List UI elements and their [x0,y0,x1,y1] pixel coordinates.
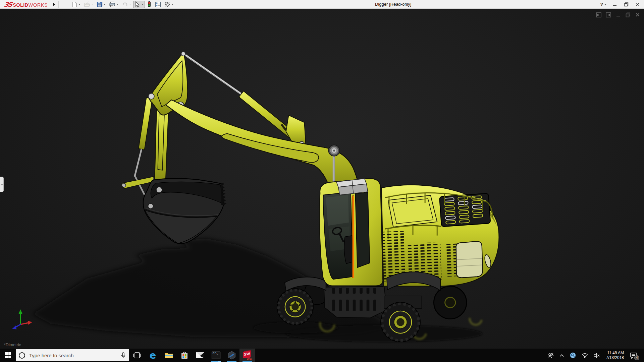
titlebar: ЗS SOLIDWORKS [0,0,644,9]
save-button[interactable] [95,1,107,8]
bucket [143,178,226,243]
store-icon [181,351,188,359]
taskbar-search[interactable] [16,349,129,361]
solidworks-logo: ЗS SOLIDWORKS [0,1,50,8]
open-button-disabled[interactable] [83,1,95,8]
network-button[interactable] [580,349,590,362]
menu-flyout-arrow[interactable] [51,1,57,8]
save-floppy-icon [97,1,103,7]
close-button[interactable] [633,1,642,8]
hexagon-app-icon [227,351,236,360]
view-orientation-label: *Dimetric [4,343,21,347]
edge-icon: e [150,351,156,360]
select-tool-button[interactable] [133,1,145,8]
door-edge-stripe [353,196,354,278]
orientation-triad [12,309,32,329]
resource-monitor-button[interactable] [568,349,578,362]
cortana-icon [19,352,25,359]
toolbar-separator [58,1,59,8]
hydraulic-cylinder-left [139,98,152,150]
roof-box [336,179,368,195]
command-prompt-icon: C:\_ [212,352,220,359]
hidden-icons-button[interactable] [558,349,566,362]
taskbar-solidworks[interactable]: SW 2017 [239,349,255,362]
volume-muted-icon [594,353,600,358]
restore-icon [624,2,629,7]
undo-button-disabled[interactable] [120,1,132,8]
brand-solid: SOLID [13,2,28,8]
taskbar-mail[interactable] [192,349,208,362]
tray-time: 11:48 AM [606,351,624,355]
doc-close-button[interactable] [635,12,641,17]
resource-monitor-icon [570,352,576,358]
wheel-rear [381,303,420,342]
new-document-icon [71,1,77,7]
file-properties-icon [155,1,161,7]
rebuild-button[interactable] [146,0,153,8]
people-button[interactable] [546,349,555,362]
graphics-viewport[interactable]: *Dimetric [0,9,644,349]
notification-badge: 4 [634,355,639,360]
select-cursor-icon [135,1,141,7]
cab-side-window [355,192,370,267]
3d-model-digger[interactable] [0,9,644,349]
window-controls: ? [599,0,642,9]
doc-minimize-button[interactable] [615,12,621,17]
mail-icon [196,352,205,359]
radiator-panel [439,193,490,227]
machine-body [285,185,499,291]
ds-logo-mark: ЗS [3,1,12,8]
solidworks-window: ЗS SOLIDWORKS [0,0,644,362]
system-tray: 11:48 AM 7/13/2018 4 [546,349,644,362]
tray-date: 7/13/2018 [606,355,624,360]
microphone-icon[interactable] [121,352,126,359]
file-explorer-icon [164,352,173,359]
people-icon [547,353,554,358]
start-button[interactable] [0,349,16,362]
print-button[interactable] [108,1,120,8]
document-title: Digger [Read-only] [375,0,411,9]
x-axis [20,323,28,324]
doc-restore-button[interactable] [625,12,631,17]
pane-left-button[interactable] [596,12,602,17]
boom-elbow-pin [329,145,340,156]
open-folder-icon [84,1,90,7]
chevron-up-icon [559,354,564,357]
wifi-icon [582,353,588,358]
cab [319,179,383,286]
close-icon [636,2,640,6]
help-button[interactable]: ? [599,1,608,8]
featuremanager-flyout-tab[interactable] [0,177,4,192]
wheel-front [277,289,313,325]
taskbar-command-prompt[interactable]: C:\_ [208,349,224,362]
new-document-button[interactable] [70,1,82,8]
minimize-icon [613,2,617,6]
search-input[interactable] [29,353,121,358]
windows-logo-icon [5,352,11,358]
hydraulic-rod-left [135,149,141,177]
print-icon [109,1,115,7]
rebuild-traffic-light-icon [147,1,152,7]
taskbar-edge[interactable]: e [145,349,161,362]
pane-right-button[interactable] [605,12,611,17]
volume-button[interactable] [592,349,602,362]
quick-access-toolbar [70,0,175,8]
taskbar-store[interactable] [176,349,192,362]
undo-arrow-icon [122,1,128,7]
brand-works: WORKS [29,2,48,8]
taskbar-file-explorer[interactable] [161,349,176,362]
minimize-button[interactable] [610,1,619,8]
restore-button[interactable] [622,1,631,8]
taskbar-hex-app[interactable] [224,349,239,362]
options-gear-icon [164,1,170,7]
rear-fender [387,272,440,290]
solidworks-app-icon: SW 2017 [243,351,252,360]
taskbar: e C: [0,349,644,362]
document-window-controls [596,12,641,17]
task-view-button[interactable] [129,349,145,362]
action-center-button[interactable]: 4 [628,349,639,362]
tray-clock[interactable]: 11:48 AM 7/13/2018 [604,349,626,362]
options-button[interactable] [163,1,175,8]
file-properties-button[interactable] [154,1,162,8]
seat [344,236,354,264]
